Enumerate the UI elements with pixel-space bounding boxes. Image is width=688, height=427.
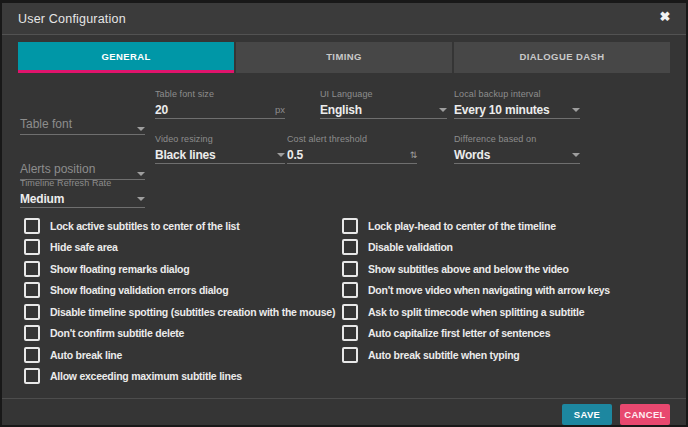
checkbox-row-show-floating-remarks[interactable]: Show floating remarks dialog — [24, 258, 335, 280]
number-stepper-icon[interactable]: ⇅ — [410, 150, 417, 160]
checkbox[interactable] — [24, 304, 40, 320]
chevron-down-icon — [137, 127, 145, 131]
table-font-size-value[interactable]: 20 — [155, 103, 168, 117]
checkbox-row-disable-timeline-spotting[interactable]: Disable timeline spotting (subtitles cre… — [24, 301, 335, 323]
checkbox-label: Don't confirm subtitle delete — [50, 327, 184, 339]
checkbox-row-show-subtitles-above-below[interactable]: Show subtitles above and below the video — [342, 258, 610, 280]
chevron-down-icon — [277, 153, 285, 157]
checkbox-label: Allow exceeding maximum subtitle lines — [50, 370, 242, 382]
chevron-down-icon — [439, 108, 447, 112]
alerts-position-placeholder: Alerts position — [20, 162, 95, 176]
checkbox[interactable] — [24, 261, 40, 277]
checkbox-row-dont-confirm-subtitle-delete[interactable]: Don't confirm subtitle delete — [24, 323, 335, 345]
tab-general[interactable]: GENERAL — [18, 42, 234, 73]
checkbox[interactable] — [24, 218, 40, 234]
checkbox-label: Show floating remarks dialog — [50, 263, 189, 275]
local-backup-interval-label: Local backup interval — [454, 88, 580, 101]
checkbox[interactable] — [24, 347, 40, 363]
tab-bar: GENERAL TIMING DIALOGUE DASH — [18, 42, 670, 73]
ui-language-select[interactable]: UI Language English — [320, 88, 447, 119]
checkbox-label: Disable validation — [368, 241, 453, 253]
checkbox-label: Don't move video when navigating with ar… — [368, 284, 610, 296]
cost-alert-threshold-value[interactable]: 0.5 — [287, 148, 303, 162]
video-resizing-label: Video resizing — [155, 133, 285, 146]
table-font-size-field[interactable]: Table font size 20 px — [155, 88, 285, 119]
close-icon[interactable]: ✖ — [656, 8, 674, 26]
table-font-placeholder: Table font — [20, 117, 72, 131]
checkbox-label: Auto break line — [50, 349, 122, 361]
timeline-refresh-rate-label: Timeline Refresh Rate — [20, 177, 145, 190]
checkbox-label: Disable timeline spotting (subtitles cre… — [50, 306, 335, 318]
checkbox[interactable] — [24, 282, 40, 298]
checkbox-label: Show subtitles above and below the video — [368, 263, 569, 275]
checkbox-label: Auto break subtitle when typing — [368, 349, 520, 361]
checkbox-label: Lock active subtitles to center of the l… — [50, 220, 239, 232]
table-font-size-label: Table font size — [155, 88, 285, 101]
checkbox-row-lock-playhead[interactable]: Lock play-head to center of the timeline — [342, 215, 610, 237]
checkbox-row-disable-validation[interactable]: Disable validation — [342, 237, 610, 259]
chevron-down-icon — [572, 153, 580, 157]
checkbox[interactable] — [342, 261, 358, 277]
alerts-position-select[interactable]: Alerts position — [20, 133, 145, 180]
checkbox-row-ask-split-timecode[interactable]: Ask to split timecode when splitting a s… — [342, 301, 610, 323]
checkbox-label: Ask to split timecode when splitting a s… — [368, 306, 584, 318]
dialog-footer: SAVE CANCEL — [2, 398, 686, 425]
chevron-down-icon — [137, 197, 145, 201]
checkbox-row-auto-break-line[interactable]: Auto break line — [24, 344, 335, 366]
ui-language-value: English — [320, 103, 362, 117]
chevron-down-icon — [572, 108, 580, 112]
tab-timing[interactable]: TIMING — [236, 42, 452, 73]
checkbox-row-hide-safe-area[interactable]: Hide safe area — [24, 237, 335, 259]
checkbox-row-auto-capitalize[interactable]: Auto capitalize first letter of sentence… — [342, 323, 610, 345]
local-backup-interval-select[interactable]: Local backup interval Every 10 minutes — [454, 88, 580, 119]
cost-alert-threshold-label: Cost alert threshold — [287, 133, 417, 146]
chevron-down-icon — [137, 172, 145, 176]
checkbox[interactable] — [342, 304, 358, 320]
dialog-title: User Configuration — [18, 12, 126, 26]
timeline-refresh-rate-value: Medium — [20, 192, 64, 206]
checkbox-row-show-floating-validation-errors[interactable]: Show floating validation errors dialog — [24, 280, 335, 302]
checkbox-row-auto-break-subtitle-typing[interactable]: Auto break subtitle when typing — [342, 344, 610, 366]
checkbox-row-allow-exceeding-max-lines[interactable]: Allow exceeding maximum subtitle lines — [24, 366, 335, 388]
cancel-button[interactable]: CANCEL — [620, 404, 670, 425]
checkbox[interactable] — [24, 325, 40, 341]
checkbox[interactable] — [24, 239, 40, 255]
checkbox-column-left: Lock active subtitles to center of the l… — [24, 215, 335, 387]
checkbox[interactable] — [342, 325, 358, 341]
video-resizing-select[interactable]: Video resizing Black lines — [155, 133, 285, 164]
tab-dialogue-dash[interactable]: DIALOGUE DASH — [454, 42, 670, 73]
checkbox[interactable] — [342, 218, 358, 234]
cost-alert-threshold-field[interactable]: Cost alert threshold 0.5 ⇅ — [287, 133, 417, 164]
checkbox-column-right: Lock play-head to center of the timeline… — [342, 215, 610, 366]
timeline-refresh-rate-select[interactable]: Timeline Refresh Rate Medium — [20, 177, 145, 208]
checkbox-label: Lock play-head to center of the timeline — [368, 220, 556, 232]
dialog-titlebar: User Configuration ✖ — [2, 3, 686, 35]
checkbox[interactable] — [24, 368, 40, 384]
video-resizing-value: Black lines — [155, 148, 216, 162]
local-backup-interval-value: Every 10 minutes — [454, 103, 550, 117]
checkbox[interactable] — [342, 347, 358, 363]
checkbox-label: Hide safe area — [50, 241, 118, 253]
checkbox-label: Show floating validation errors dialog — [50, 284, 228, 296]
user-configuration-dialog: User Configuration ✖ GENERAL TIMING DIAL… — [0, 0, 688, 427]
difference-based-on-select[interactable]: Difference based on Words — [454, 133, 580, 164]
difference-based-on-label: Difference based on — [454, 133, 580, 146]
px-suffix: px — [275, 104, 285, 115]
save-button[interactable]: SAVE — [562, 404, 612, 425]
checkbox-row-lock-active-subtitles[interactable]: Lock active subtitles to center of the l… — [24, 215, 335, 237]
checkbox-row-dont-move-video-arrow-keys[interactable]: Don't move video when navigating with ar… — [342, 280, 610, 302]
checkbox[interactable] — [342, 282, 358, 298]
difference-based-on-value: Words — [454, 148, 490, 162]
checkbox[interactable] — [342, 239, 358, 255]
ui-language-label: UI Language — [320, 88, 447, 101]
table-font-select[interactable]: Table font — [20, 88, 145, 135]
checkbox-label: Auto capitalize first letter of sentence… — [368, 327, 550, 339]
